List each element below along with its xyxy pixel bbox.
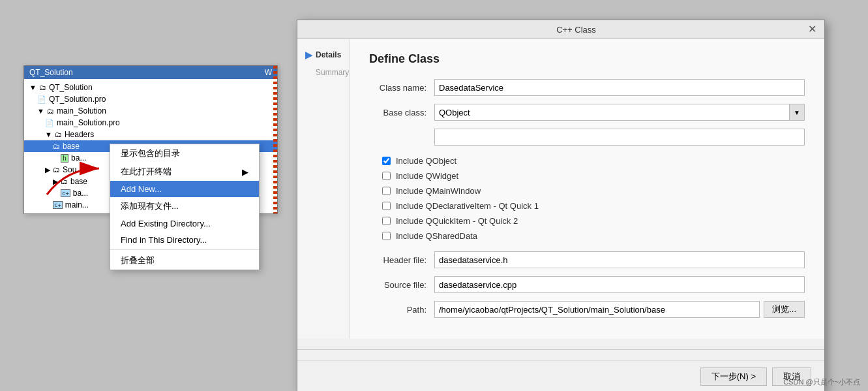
checkbox-include-qwidget[interactable] [382, 172, 391, 180]
tree-file-cpp-icon: c+ [61, 189, 70, 197]
checkbox-qshareddata-label: Include QSharedData [396, 231, 477, 241]
source-file-label: Source file: [369, 280, 434, 290]
ctx-item-add-existing-dir[interactable]: Add Existing Directory... [110, 215, 259, 232]
ctx-label: Add New... [121, 184, 162, 194]
base-class-label: Base class: [369, 108, 434, 117]
ctx-label: 添加现有文件... [121, 200, 179, 212]
sidebar-arrow-icon: ▶ [305, 50, 312, 60]
ctx-item-open-terminal[interactable]: 在此打开终端 ▶ [110, 163, 259, 181]
checkbox-include-qobject[interactable] [382, 157, 391, 165]
ctx-label: 显示包含的目录 [121, 148, 180, 159]
ctx-item-find-in-dir[interactable]: Find in This Directory... [110, 232, 259, 248]
checkbox-row-qdeclarative: Include QDeclarativeItem - Qt Quick 1 [369, 201, 805, 211]
tree-folder-icon: 🗂 [53, 166, 60, 174]
footer-buttons: 下一步(N) > 取消 [297, 360, 824, 391]
checkbox-include-qdeclarative[interactable] [382, 202, 391, 210]
tree-row[interactable]: ▼ 🗂 Headers [24, 129, 277, 140]
tree-item-label: Headers [65, 130, 94, 139]
tree-item-label: Sou... [63, 165, 83, 174]
ctx-submenu-arrow: ▶ [242, 167, 248, 177]
checkbox-row-qshareddata: Include QSharedData [369, 231, 805, 241]
dialog-title: C++ Class [344, 25, 808, 35]
tree-item-label: ba... [71, 153, 86, 163]
page-wrapper: QT_Solution W ▼ 🗂 QT_Solution 📄 QT_Solut… [0, 0, 868, 391]
ctx-label: Find in This Directory... [121, 235, 207, 245]
ctx-item-add-new[interactable]: Add New... [110, 181, 259, 197]
tree-row[interactable]: ▼ 🗂 main_Solution [24, 105, 277, 117]
tree-file-icon: 📄 [37, 95, 46, 104]
checkbox-qobject-label: Include QObject [396, 156, 456, 166]
tree-row[interactable]: 📄 QT_Solution.pro [24, 93, 277, 105]
sidebar-details-label: Details [316, 50, 341, 59]
tree-folder-icon: 🗂 [61, 178, 68, 185]
tree-file-h-icon: h [61, 154, 68, 163]
dialog-close-button[interactable]: ✕ [808, 24, 816, 35]
tree-file-icon: 📄 [45, 119, 54, 127]
sidebar-item-details[interactable]: ▶ Details [297, 46, 349, 64]
tree-item-label: base [63, 142, 80, 151]
base-class-select[interactable]: QObject QWidget QMainWindow [434, 104, 805, 121]
tree-expand-icon: ▼ [29, 84, 37, 91]
base-class-extra-input[interactable] [434, 129, 805, 146]
path-input-wrapper: 浏览... [434, 301, 805, 318]
checkbox-qquickitem-label: Include QQuickItem - Qt Quick 2 [396, 216, 518, 226]
class-name-row: Class name: [369, 79, 805, 96]
class-name-input[interactable] [434, 79, 805, 96]
checkbox-qdeclarative-label: Include QDeclarativeItem - Qt Quick 1 [396, 201, 539, 211]
tree-row[interactable]: ▼ 🗂 QT_Solution [24, 82, 277, 93]
cpp-class-dialog: C++ Class ✕ ▶ Details Summary Define Cla… [297, 20, 825, 391]
dialog-main-form: Define Class Class name: Base class: QOb… [350, 39, 824, 339]
tree-header: QT_Solution W [24, 66, 277, 79]
checkbox-include-qshareddata[interactable] [382, 232, 391, 240]
red-scroll-indicator [273, 66, 277, 213]
form-section-title: Define Class [369, 52, 805, 66]
dialog-body: ▶ Details Summary Define Class Class nam… [297, 39, 824, 339]
tree-expand-icon: ▶ [45, 166, 50, 174]
tree-item-label: QT_Solution [49, 83, 93, 92]
tree-item-label: main... [65, 200, 89, 210]
checkbox-row-qquickitem: Include QQuickItem - Qt Quick 2 [369, 216, 805, 226]
ctx-label: 在此打开终端 [121, 166, 172, 178]
checkbox-include-qquickitem[interactable] [382, 217, 391, 225]
ctx-label: 折叠全部 [121, 255, 155, 266]
footer-divider [297, 349, 824, 350]
path-input[interactable] [434, 301, 760, 318]
path-label: Path: [369, 305, 434, 315]
tree-folder-icon: 🗂 [47, 107, 54, 115]
tree-folder-icon: 🗂 [55, 131, 62, 138]
watermark: CSDN @只是个~小不点 [783, 377, 860, 387]
tree-header-w: W [265, 68, 272, 77]
header-file-input[interactable] [434, 251, 805, 268]
base-class-extra-row [369, 129, 805, 146]
header-file-row: Header file: [369, 251, 805, 268]
tree-expand-icon: ▼ [45, 131, 52, 138]
checkboxes-section: Include QObject Include QWidget Include … [369, 156, 805, 241]
checkbox-row-qobject: Include QObject [369, 156, 805, 166]
header-file-label: Header file: [369, 255, 434, 265]
tree-item-label: base [70, 177, 87, 186]
base-class-row: Base class: QObject QWidget QMainWindow … [369, 104, 805, 121]
tree-item-label: main_Solution [57, 106, 106, 116]
class-name-label: Class name: [369, 83, 434, 93]
dialog-sidebar: ▶ Details Summary [297, 39, 350, 339]
tree-expand-icon: ▼ [37, 107, 44, 115]
checkbox-row-qmainwindow: Include QMainWindow [369, 186, 805, 196]
sidebar-item-summary[interactable]: Summary [297, 64, 349, 81]
dialog-titlebar: C++ Class ✕ [297, 20, 824, 39]
tree-row[interactable]: 📄 main_Solution.pro [24, 117, 277, 129]
source-file-input[interactable] [434, 276, 805, 293]
ctx-item-add-existing-file[interactable]: 添加现有文件... [110, 197, 259, 215]
ctx-separator [110, 249, 259, 250]
browse-button[interactable]: 浏览... [764, 301, 805, 318]
checkbox-qmainwindow-label: Include QMainWindow [396, 186, 481, 196]
next-button[interactable]: 下一步(N) > [700, 368, 767, 386]
ctx-item-collapse-all[interactable]: 折叠全部 [110, 251, 259, 270]
tree-item-label: QT_Solution.pro [49, 95, 106, 104]
checkbox-include-qmainwindow[interactable] [382, 187, 391, 195]
tree-title: QT_Solution [29, 68, 73, 77]
ctx-label: Add Existing Directory... [121, 219, 211, 228]
sidebar-summary-label: Summary [305, 68, 349, 77]
tree-folder-icon: 🗂 [39, 84, 46, 91]
context-menu: 显示包含的目录 在此打开终端 ▶ Add New... 添加现有文件... Ad… [110, 144, 260, 270]
ctx-item-show-includes[interactable]: 显示包含的目录 [110, 144, 259, 163]
